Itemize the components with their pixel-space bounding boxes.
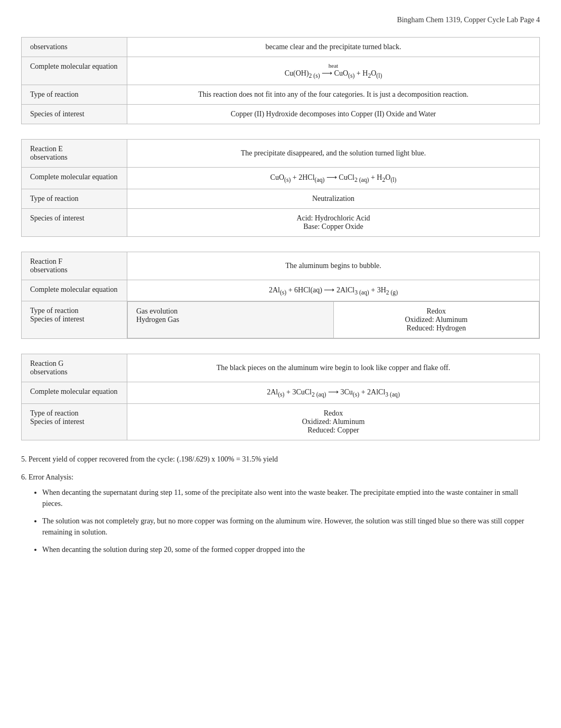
table-row: observations became clear and the precip… [22,38,540,57]
table-row: Complete molecular equation CuO(s) + 2HC… [22,167,540,189]
table-row: Type of reactionSpecies of interest Redo… [22,404,540,440]
row-label: Species of interest [22,104,127,124]
row-content: The aluminum begins to bubble. [127,252,540,280]
error-analysis-list: When decanting the supernatant during st… [42,487,540,555]
row-content-split: Gas evolutionHydrogen Gas RedoxOxidized:… [127,301,540,339]
row-label: Complete molecular equation [22,57,127,85]
row-content: Redox Oxidized: Aluminum Reduced: Copper [127,404,540,440]
table-row: Complete molecular equation 2Al(s) + 6HC… [22,280,540,301]
table-row: Reaction Gobservations The black pieces … [22,354,540,382]
row-label: Complete molecular equation [22,280,127,301]
section5-text: 5. Percent yield of copper recovered fro… [21,455,540,464]
table-row: Type of reaction Neutralization [22,189,540,208]
row-content: 2Al(s) + 6HCl(aq) ⟶ 2AlCl3 (aq) + 3H2 (g… [127,280,540,301]
row-label: Reaction Eobservations [22,139,127,167]
section6-heading: 6. Error Analysis: [21,473,540,482]
table-row: Species of interest Copper (II) Hydroxid… [22,104,540,124]
row-content: CuO(s) + 2HCl(aq) ⟶ CuCl2 (aq) + H2O(l) [127,167,540,189]
heat-label: heat [136,62,531,69]
table-row: Complete molecular equation heat Cu(OH)2… [22,57,540,85]
table-row: Species of interest Acid: Hydrochloric A… [22,208,540,236]
reaction-g-table: Reaction Gobservations The black pieces … [21,354,540,440]
row-label: Complete molecular equation [22,167,127,189]
row-label: Type of reactionSpecies of interest [22,301,127,339]
row-label: Complete molecular equation [22,382,127,404]
row-label: Species of interest [22,208,127,236]
row-label: observations [22,38,127,57]
reaction-f-table: Reaction Fobservations The aluminum begi… [21,252,540,339]
table-row: Reaction Eobservations The precipitate d… [22,139,540,167]
table-row: Type of reaction This reaction does not … [22,85,540,104]
row-content: The precipitate disappeared, and the sol… [127,139,540,167]
row-content: Acid: Hydrochloric Acid Base: Copper Oxi… [127,208,540,236]
split-left: Gas evolutionHydrogen Gas [128,302,334,338]
row-label: Type of reaction [22,189,127,208]
row-content: became clear and the precipitate turned … [127,38,540,57]
row-label: Reaction Gobservations [22,354,127,382]
list-item: The solution was not completely gray, bu… [42,515,540,538]
split-right: RedoxOxidized: AluminumReduced: Hydrogen [333,302,539,338]
row-content: 2Al(s) + 3CuCl2 (aq) ⟶ 3Cu(s) + 2AlCl3 (… [127,382,540,404]
row-content: heat Cu(OH)2 (s) ⟶ CuO(s) + H2O(l) [127,57,540,85]
list-item: When decanting the supernatant during st… [42,487,540,509]
row-content: The black pieces on the aluminum wire be… [127,354,540,382]
reaction-d-table: observations became clear and the precip… [21,37,540,124]
table-row: Complete molecular equation 2Al(s) + 3Cu… [22,382,540,404]
page-header: Bingham Chem 1319, Copper Cycle Lab Page… [21,16,540,24]
table-row: Reaction Fobservations The aluminum begi… [22,252,540,280]
row-label: Type of reactionSpecies of interest [22,404,127,440]
row-content: This reaction does not fit into any of t… [127,85,540,104]
error-analysis-section: 6. Error Analysis: When decanting the su… [21,473,540,555]
list-item: When decanting the solution during step … [42,544,540,555]
row-label: Type of reaction [22,85,127,104]
row-content: Neutralization [127,189,540,208]
table-row-split: Type of reactionSpecies of interest Gas … [22,301,540,339]
row-content: Copper (II) Hydroxide decomposes into Co… [127,104,540,124]
reaction-e-table: Reaction Eobservations The precipitate d… [21,139,540,237]
row-label: Reaction Fobservations [22,252,127,280]
